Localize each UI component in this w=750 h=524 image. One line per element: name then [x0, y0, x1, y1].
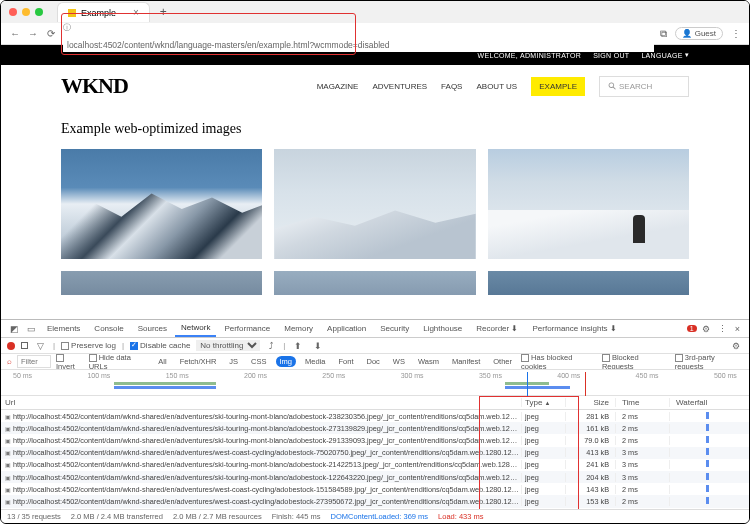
tab-security[interactable]: Security: [374, 321, 415, 336]
image-file-icon: ▣: [5, 462, 11, 468]
error-badge[interactable]: 1: [687, 325, 697, 332]
col-time[interactable]: Time: [615, 398, 669, 407]
filter-icon[interactable]: ⌕: [7, 357, 12, 366]
filter-xhr[interactable]: Fetch/XHR: [176, 356, 221, 367]
blocked-cookies-toggle[interactable]: Has blocked cookies: [521, 354, 597, 370]
preserve-log-toggle[interactable]: Preserve log: [61, 341, 116, 350]
network-row[interactable]: ▣http://localhost:4502/content/dam/wknd-…: [1, 422, 749, 434]
timeline-tick: 450 ms: [636, 372, 659, 379]
tab-console[interactable]: Console: [88, 321, 129, 336]
maximize-window-icon[interactable]: [35, 8, 43, 16]
search-input[interactable]: SEARCH: [599, 76, 689, 97]
image-tile[interactable]: [488, 149, 689, 259]
tab-sources[interactable]: Sources: [132, 321, 173, 336]
image-tile[interactable]: [61, 149, 262, 259]
blocked-requests-toggle[interactable]: Blocked Requests: [602, 354, 670, 370]
profile-button[interactable]: 👤Guest: [675, 27, 723, 40]
filter-toggle-icon[interactable]: ▽: [34, 341, 47, 351]
tab-application[interactable]: Application: [321, 321, 372, 336]
address-bar[interactable]: [63, 38, 654, 52]
tab-insights[interactable]: Performance insights ⬇: [526, 321, 622, 336]
nav-example[interactable]: EXAMPLE: [531, 77, 585, 96]
col-url[interactable]: Url: [1, 398, 521, 407]
image-file-icon: ▣: [5, 475, 11, 481]
network-timeline[interactable]: 50 ms100 ms150 ms200 ms250 ms300 ms350 m…: [1, 370, 749, 396]
inspect-icon[interactable]: ◩: [7, 324, 22, 334]
nav-adventures[interactable]: ADVENTURES: [372, 82, 427, 91]
col-type[interactable]: Type ▲: [521, 398, 565, 407]
network-row[interactable]: ▣http://localhost:4502/content/dam/wknd-…: [1, 508, 749, 510]
wifi-icon[interactable]: ⤴: [266, 341, 277, 351]
filter-font[interactable]: Font: [334, 356, 357, 367]
tab-memory[interactable]: Memory: [278, 321, 319, 336]
tab-performance[interactable]: Performance: [218, 321, 276, 336]
close-window-icon[interactable]: [9, 8, 17, 16]
filter-js[interactable]: JS: [225, 356, 242, 367]
filter-all[interactable]: All: [154, 356, 170, 367]
device-toggle-icon[interactable]: ▭: [24, 324, 39, 334]
download-icon[interactable]: ⬇: [311, 341, 325, 351]
close-devtools-icon[interactable]: ×: [732, 324, 743, 334]
waterfall-bar: [706, 497, 709, 504]
filter-wasm[interactable]: Wasm: [414, 356, 443, 367]
filter-doc[interactable]: Doc: [363, 356, 384, 367]
tab-elements[interactable]: Elements: [41, 321, 86, 336]
image-file-icon: ▣: [5, 426, 11, 432]
network-row[interactable]: ▣http://localhost:4502/content/dam/wknd-…: [1, 410, 749, 422]
gear-icon[interactable]: ⚙: [699, 324, 713, 334]
waterfall-bar: [706, 436, 709, 443]
clear-button[interactable]: [21, 342, 28, 349]
welcome-text: WELCOME, ADMINISTRATOR: [478, 52, 582, 59]
disable-cache-toggle[interactable]: Disable cache: [130, 341, 190, 350]
network-row[interactable]: ▣http://localhost:4502/content/dam/wknd-…: [1, 434, 749, 446]
main-nav: MAGAZINE ADVENTURES FAQS ABOUT US EXAMPL…: [317, 76, 689, 97]
filter-img[interactable]: Img: [276, 356, 297, 367]
nav-faqs[interactable]: FAQS: [441, 82, 462, 91]
minimize-window-icon[interactable]: [22, 8, 30, 16]
image-tile[interactable]: [274, 149, 475, 259]
site-info-icon[interactable]: ⓘ: [63, 23, 71, 32]
image-tile[interactable]: [274, 271, 475, 295]
language-menu[interactable]: LANGUAGE ▾: [641, 51, 689, 59]
filter-input[interactable]: [17, 355, 51, 368]
network-row[interactable]: ▣http://localhost:4502/content/dam/wknd-…: [1, 483, 749, 495]
more-icon[interactable]: ⋮: [715, 324, 730, 334]
col-waterfall[interactable]: Waterfall: [669, 398, 749, 407]
filter-ws[interactable]: WS: [389, 356, 409, 367]
reload-button[interactable]: ⟳: [45, 28, 57, 39]
back-button[interactable]: ←: [9, 28, 21, 39]
filter-manifest[interactable]: Manifest: [448, 356, 484, 367]
menu-icon[interactable]: ⋮: [731, 28, 741, 39]
upload-icon[interactable]: ⬆: [291, 341, 305, 351]
col-size[interactable]: Size: [565, 398, 615, 407]
devtools-panel: ◩ ▭ Elements Console Sources Network Per…: [1, 319, 749, 523]
forward-button[interactable]: →: [27, 28, 39, 39]
network-row[interactable]: ▣http://localhost:4502/content/dam/wknd-…: [1, 471, 749, 483]
record-button[interactable]: [7, 342, 15, 350]
tab-network[interactable]: Network: [175, 320, 216, 337]
settings-gear-icon[interactable]: ⚙: [729, 341, 743, 351]
waterfall-bar: [706, 473, 709, 480]
filter-css[interactable]: CSS: [247, 356, 270, 367]
nav-magazine[interactable]: MAGAZINE: [317, 82, 359, 91]
image-file-icon: ▣: [5, 438, 11, 444]
image-tile[interactable]: [488, 271, 689, 295]
tab-recorder[interactable]: Recorder ⬇: [470, 321, 524, 336]
tab-lighthouse[interactable]: Lighthouse: [417, 321, 468, 336]
invert-toggle[interactable]: Invert: [56, 354, 84, 370]
load-time: Load: 433 ms: [438, 512, 483, 521]
thirdparty-toggle[interactable]: 3rd-party requests: [675, 354, 743, 370]
filter-other[interactable]: Other: [489, 356, 516, 367]
signout-link[interactable]: SIGN OUT: [593, 52, 629, 59]
hide-dataurls-toggle[interactable]: Hide data URLs: [89, 354, 150, 370]
extensions-icon[interactable]: ⧉: [660, 28, 667, 40]
network-row[interactable]: ▣http://localhost:4502/content/dam/wknd-…: [1, 459, 749, 471]
network-row[interactable]: ▣http://localhost:4502/content/dam/wknd-…: [1, 447, 749, 459]
site-logo[interactable]: WKND: [61, 73, 128, 99]
waterfall-bar: [706, 485, 709, 492]
nav-about[interactable]: ABOUT US: [476, 82, 517, 91]
filter-media[interactable]: Media: [301, 356, 329, 367]
throttling-select[interactable]: No throttling: [196, 340, 260, 351]
network-row[interactable]: ▣http://localhost:4502/content/dam/wknd-…: [1, 495, 749, 507]
image-tile[interactable]: [61, 271, 262, 295]
